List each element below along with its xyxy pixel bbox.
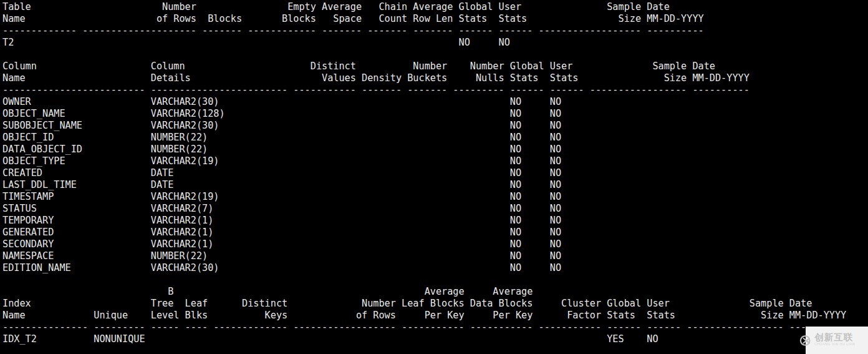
brand-name: 创新互联 xyxy=(814,333,868,342)
terminal-screen: { "colors": { "background": "#000000", "… xyxy=(0,0,868,354)
brand-caption: CHUANG XIN HU LIAN xyxy=(814,343,855,346)
watermark-badge: 创新互联 CHUANG XIN HU LIAN xyxy=(806,327,868,354)
brand-text-block: 创新互联 CHUANG XIN HU LIAN xyxy=(814,333,868,348)
sqlplus-statistics-output: Table Number Empty Average Chain Average… xyxy=(2,1,846,345)
brand-circle-x-icon xyxy=(799,334,813,347)
